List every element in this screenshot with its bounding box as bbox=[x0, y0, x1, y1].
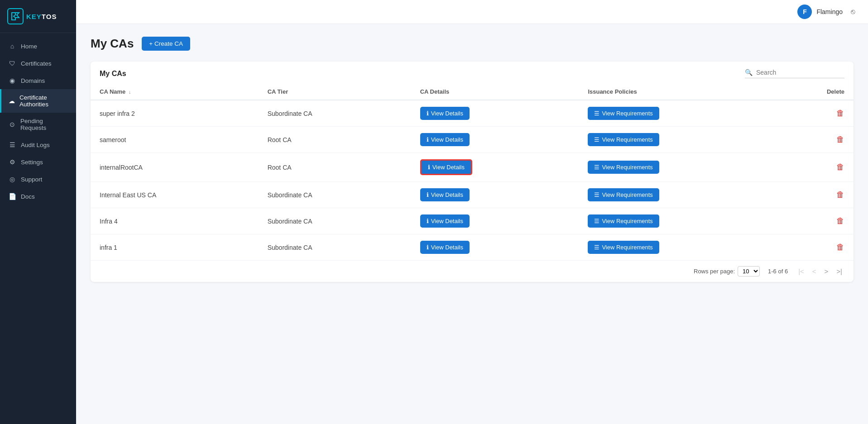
ca-tier-cell: Subordinate CA bbox=[259, 234, 411, 261]
view-details-button[interactable]: ℹ View Details bbox=[420, 188, 470, 201]
rows-per-page-label: Rows per page: bbox=[694, 268, 735, 275]
ca-details-cell: ℹ View Details bbox=[411, 153, 579, 182]
list-icon: ☰ bbox=[594, 164, 599, 171]
issuance-cell: ☰ View Requirements bbox=[579, 153, 762, 182]
sidebar-item-settings[interactable]: ⚙ Settings bbox=[0, 153, 76, 171]
page-range: 1-6 of 6 bbox=[768, 268, 788, 275]
view-details-button[interactable]: ℹ View Details bbox=[420, 133, 470, 146]
nav-icon-settings: ⚙ bbox=[8, 158, 16, 166]
logo-text: KEYTOS bbox=[26, 13, 57, 20]
sidebar-item-audit-logs[interactable]: ☰ Audit Logs bbox=[0, 136, 76, 153]
col-header-issuance: Issuance Policies bbox=[579, 84, 762, 100]
page-content: My CAs + Create CA My CAs 🔍 CA Name ↓ bbox=[76, 24, 868, 424]
view-requirements-button[interactable]: ☰ View Requirements bbox=[588, 241, 659, 254]
ca-name-cell: internalRootCA bbox=[91, 153, 259, 182]
info-icon: ℹ bbox=[427, 218, 429, 224]
delete-cell: 🗑 bbox=[762, 127, 854, 153]
view-requirements-button[interactable]: ☰ View Requirements bbox=[588, 188, 659, 201]
first-page-button[interactable]: |< bbox=[796, 267, 806, 276]
sidebar-item-domains[interactable]: ◉ Domains bbox=[0, 72, 76, 89]
sidebar-item-support[interactable]: ◎ Support bbox=[0, 171, 76, 188]
delete-icon[interactable]: 🗑 bbox=[836, 135, 844, 144]
view-details-button[interactable]: ℹ View Details bbox=[420, 214, 470, 228]
sidebar-item-certificate-authorities[interactable]: ☁ Certificate Authorities bbox=[0, 89, 76, 113]
ca-tier-cell: Root CA bbox=[259, 153, 411, 182]
table-card-title: My CAs bbox=[100, 70, 126, 78]
col-header-ca-details: CA Details bbox=[411, 84, 579, 100]
delete-cell: 🗑 bbox=[762, 100, 854, 127]
view-requirements-button[interactable]: ☰ View Requirements bbox=[588, 107, 659, 120]
ca-name-cell: Infra 4 bbox=[91, 208, 259, 234]
next-page-button[interactable]: > bbox=[822, 267, 831, 276]
delete-icon[interactable]: 🗑 bbox=[836, 109, 844, 118]
ca-name-cell: super infra 2 bbox=[91, 100, 259, 127]
col-header-ca-tier: CA Tier bbox=[259, 84, 411, 100]
page-title: My CAs bbox=[91, 37, 134, 51]
sidebar: KEYTOS ⌂ Home 🛡 Certificates ◉ Domains ☁… bbox=[0, 0, 76, 424]
ca-tier-cell: Subordinate CA bbox=[259, 208, 411, 234]
table-row: sameroot Root CA ℹ View Details ☰ View R… bbox=[91, 127, 854, 153]
logo-area: KEYTOS bbox=[0, 0, 76, 33]
view-details-button[interactable]: ℹ View Details bbox=[420, 107, 470, 120]
user-name: Flamingo bbox=[816, 8, 843, 15]
user-avatar: F bbox=[797, 5, 812, 19]
view-requirements-button[interactable]: ☰ View Requirements bbox=[588, 214, 659, 228]
sidebar-item-certificates[interactable]: 🛡 Certificates bbox=[0, 55, 76, 72]
ca-details-cell: ℹ View Details bbox=[411, 127, 579, 153]
issuance-cell: ☰ View Requirements bbox=[579, 182, 762, 208]
sidebar-item-docs[interactable]: 📄 Docs bbox=[0, 188, 76, 205]
delete-icon[interactable]: 🗑 bbox=[836, 162, 844, 172]
nav-label-support: Support bbox=[21, 176, 42, 183]
logo-icon bbox=[7, 8, 24, 24]
delete-cell: 🗑 bbox=[762, 153, 854, 182]
col-header-ca-name: CA Name ↓ bbox=[91, 84, 259, 100]
view-requirements-button[interactable]: ☰ View Requirements bbox=[588, 161, 659, 174]
col-header-delete: Delete bbox=[762, 84, 854, 100]
table-row: Internal East US CA Subordinate CA ℹ Vie… bbox=[91, 182, 854, 208]
view-details-button[interactable]: ℹ View Details bbox=[420, 241, 470, 254]
table-row: Infra 4 Subordinate CA ℹ View Details ☰ … bbox=[91, 208, 854, 234]
list-icon: ☰ bbox=[594, 110, 599, 117]
nav-icon-certificates: 🛡 bbox=[8, 60, 16, 67]
last-page-button[interactable]: >| bbox=[834, 267, 844, 276]
search-input[interactable] bbox=[756, 69, 838, 76]
delete-icon[interactable]: 🗑 bbox=[836, 190, 844, 199]
delete-icon[interactable]: 🗑 bbox=[836, 216, 844, 225]
nav-label-certificates: Certificates bbox=[21, 60, 52, 67]
info-icon: ℹ bbox=[427, 136, 429, 143]
issuance-cell: ☰ View Requirements bbox=[579, 234, 762, 261]
sidebar-item-home[interactable]: ⌂ Home bbox=[0, 38, 76, 55]
create-ca-button[interactable]: + Create CA bbox=[142, 37, 190, 51]
nav-icon-audit-logs: ☰ bbox=[8, 141, 16, 148]
table-top: My CAs 🔍 bbox=[91, 62, 854, 84]
delete-icon[interactable]: 🗑 bbox=[836, 243, 844, 252]
view-details-button[interactable]: ℹ View Details bbox=[420, 159, 472, 175]
nav-label-settings: Settings bbox=[21, 159, 43, 166]
sidebar-item-pending-requests[interactable]: ⊙ Pending Requests bbox=[0, 113, 76, 136]
nav-label-certificate-authorities: Certificate Authorities bbox=[19, 94, 68, 108]
header: F Flamingo ⎋ bbox=[76, 0, 868, 24]
ca-tier-cell: Subordinate CA bbox=[259, 182, 411, 208]
nav-icon-certificate-authorities: ☁ bbox=[8, 97, 15, 105]
nav-label-pending-requests: Pending Requests bbox=[20, 118, 68, 131]
ca-details-cell: ℹ View Details bbox=[411, 208, 579, 234]
view-requirements-button[interactable]: ☰ View Requirements bbox=[588, 133, 659, 146]
ca-tier-cell: Subordinate CA bbox=[259, 100, 411, 127]
table-row: super infra 2 Subordinate CA ℹ View Deta… bbox=[91, 100, 854, 127]
list-icon: ☰ bbox=[594, 191, 599, 198]
nav-label-home: Home bbox=[21, 43, 37, 50]
info-icon: ℹ bbox=[428, 164, 430, 171]
table-row: infra 1 Subordinate CA ℹ View Details ☰ … bbox=[91, 234, 854, 261]
ca-details-cell: ℹ View Details bbox=[411, 100, 579, 127]
logout-button[interactable]: ⎋ bbox=[851, 8, 855, 16]
list-icon: ☰ bbox=[594, 218, 599, 224]
sort-icon: ↓ bbox=[129, 89, 131, 95]
prev-page-button[interactable]: < bbox=[810, 267, 819, 276]
rows-per-page-select[interactable]: 10 25 50 bbox=[738, 266, 760, 276]
nav-icon-domains: ◉ bbox=[8, 77, 16, 84]
main-area: F Flamingo ⎋ My CAs + Create CA My CAs 🔍 bbox=[76, 0, 868, 424]
ca-name-cell: Internal East US CA bbox=[91, 182, 259, 208]
info-icon: ℹ bbox=[427, 191, 429, 198]
page-header: My CAs + Create CA bbox=[91, 37, 854, 51]
search-icon: 🔍 bbox=[745, 69, 753, 76]
